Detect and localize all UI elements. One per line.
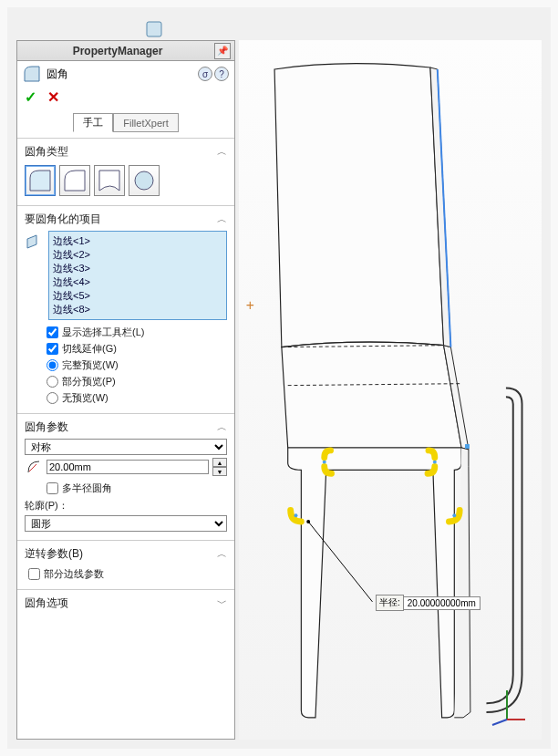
spin-down-button[interactable]: ▼	[212, 467, 227, 476]
radius-icon	[25, 460, 43, 474]
list-item[interactable]: 边线<2>	[53, 248, 222, 262]
checkbox-show-toolbar[interactable]: 显示选择工具栏(L)	[46, 326, 227, 339]
radio-partial-preview[interactable]: 部分预览(P)	[46, 375, 227, 388]
view-triad-icon[interactable]	[485, 683, 529, 727]
pin-icon[interactable]: 📌	[214, 43, 231, 59]
profile-select[interactable]: 圆形	[25, 515, 227, 532]
list-item[interactable]: 边线<8>	[53, 303, 222, 316]
ok-button[interactable]: ✓	[25, 88, 36, 106]
radio-full-preview[interactable]: 完整预览(W)	[46, 358, 227, 372]
section-header-reverse[interactable]: 逆转参数(B) ︿	[25, 546, 227, 562]
edge-selection-icon	[25, 233, 43, 320]
list-item[interactable]: 边线<3>	[53, 262, 222, 275]
feature-row: 圆角 σ ?	[17, 61, 234, 87]
tab-filletxpert[interactable]: FilletXpert	[113, 113, 179, 132]
checkbox-tangent[interactable]: 切线延伸(G)	[46, 342, 227, 356]
help-icon[interactable]: σ	[198, 67, 212, 81]
svg-point-11	[306, 520, 310, 523]
callout-value[interactable]: 20.00000000mm	[403, 596, 480, 610]
svg-point-5	[433, 461, 437, 464]
fillet-type-face-icon[interactable]	[94, 165, 125, 196]
section-header-options[interactable]: 圆角选项 ﹀	[25, 595, 227, 611]
radius-callout[interactable]: 半径: 20.00000000mm	[376, 595, 480, 611]
chevron-up-icon: ︿	[217, 145, 227, 159]
radio-no-preview[interactable]: 无预览(W)	[46, 391, 227, 405]
list-item[interactable]: 边线<4>	[53, 275, 222, 289]
callout-label: 半径:	[376, 595, 404, 611]
svg-rect-8	[465, 444, 470, 449]
feature-name: 圆角	[46, 67, 68, 82]
svg-point-7	[452, 513, 456, 517]
toolbar-icon[interactable]	[144, 19, 164, 39]
svg-line-14	[492, 720, 507, 725]
tab-manual[interactable]: 手工	[73, 113, 113, 132]
chevron-up-icon: ︿	[217, 547, 227, 561]
svg-point-6	[294, 513, 298, 517]
checkbox-multi-radius[interactable]: 多半径圆角	[46, 482, 227, 495]
symmetry-select[interactable]: 对称	[25, 439, 227, 455]
graphics-viewport[interactable]: + 半径: 20.00000000mm	[239, 40, 542, 740]
fillet-type-constant-icon[interactable]	[25, 165, 56, 196]
section-header-params[interactable]: 圆角参数 ︿	[25, 419, 227, 435]
section-header-items[interactable]: 要圆角化的项目 ︿	[25, 212, 227, 227]
svg-point-4	[323, 461, 326, 464]
svg-text:+: +	[246, 297, 254, 313]
svg-rect-0	[147, 22, 161, 36]
section-header-type[interactable]: 圆角类型 ︿	[25, 144, 227, 160]
fillet-type-full-round-icon[interactable]	[129, 165, 160, 196]
spin-up-button[interactable]: ▲	[212, 458, 227, 467]
radius-input[interactable]	[46, 460, 209, 474]
chevron-up-icon: ︿	[217, 420, 227, 434]
svg-rect-1	[135, 171, 153, 190]
property-manager-panel: PropertyManager 📌 圆角 σ ? ✓ ✕ 手工 FilletXp…	[16, 40, 235, 740]
fillet-feature-icon	[23, 65, 41, 83]
checkbox-partial-edge[interactable]: 部分边线参数	[28, 567, 227, 581]
mode-tabs: 手工 FilletXpert	[17, 111, 234, 138]
fillet-type-icons	[25, 163, 227, 200]
fillet-type-variable-icon[interactable]	[59, 165, 90, 196]
help-icon[interactable]: ?	[214, 67, 229, 81]
chevron-down-icon: ﹀	[217, 596, 227, 610]
chevron-up-icon: ︿	[217, 212, 227, 226]
profile-label: 轮廓(P)：	[25, 499, 227, 513]
list-item[interactable]: 边线<5>	[53, 289, 222, 303]
cancel-button[interactable]: ✕	[47, 88, 59, 106]
edge-selection-list[interactable]: 边线<1>边线<2>边线<3>边线<4>边线<5>边线<8>	[48, 231, 227, 320]
list-item[interactable]: 边线<1>	[53, 234, 222, 248]
pm-title: PropertyManager	[21, 45, 214, 57]
